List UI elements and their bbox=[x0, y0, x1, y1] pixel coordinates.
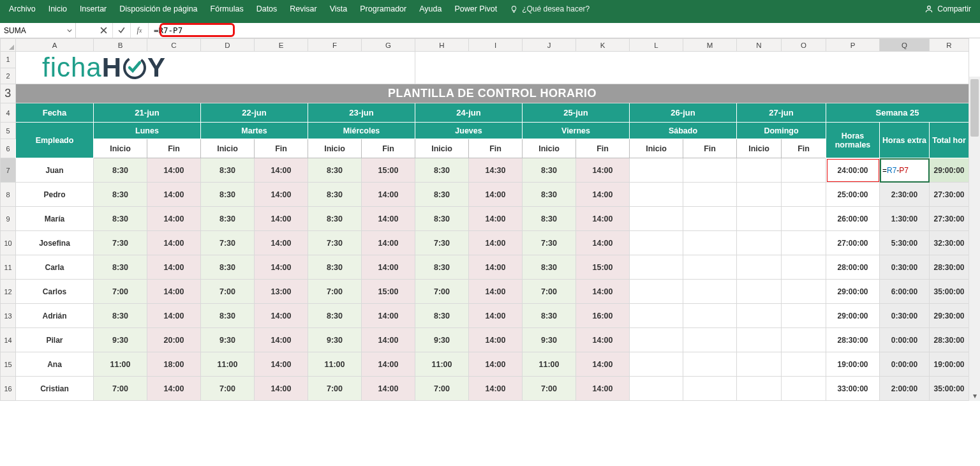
time-cell-fin[interactable]: 13:00 bbox=[255, 280, 308, 304]
time-cell-inicio[interactable] bbox=[630, 280, 683, 304]
time-cell-inicio[interactable]: 11:00 bbox=[308, 352, 362, 377]
total-horas-cell[interactable]: 35:00:00 bbox=[930, 280, 969, 304]
column-header[interactable]: R bbox=[930, 39, 969, 52]
column-header[interactable]: E bbox=[255, 39, 308, 52]
horas-normales-cell[interactable]: 26:00:00 bbox=[826, 207, 880, 231]
column-header[interactable]: G bbox=[362, 39, 415, 52]
time-cell-fin[interactable]: 14:00 bbox=[255, 255, 308, 280]
employee-name[interactable]: Adrián bbox=[16, 304, 94, 328]
time-cell-fin[interactable]: 14:00 bbox=[576, 377, 630, 401]
time-cell-inicio[interactable]: 8:30 bbox=[415, 255, 469, 280]
time-cell-fin[interactable] bbox=[782, 255, 826, 280]
time-cell-inicio[interactable]: 8:30 bbox=[308, 255, 362, 280]
time-cell-inicio[interactable]: 8:30 bbox=[415, 158, 469, 183]
horas-normales-cell[interactable]: 24:00:00 bbox=[826, 158, 880, 183]
row-header[interactable]: 8 bbox=[1, 183, 16, 207]
time-cell-fin[interactable]: 14:00 bbox=[362, 377, 415, 401]
vertical-scrollbar[interactable]: ▴ ▾ bbox=[969, 77, 980, 401]
time-cell-inicio[interactable]: 7:00 bbox=[94, 280, 147, 304]
column-header[interactable]: F bbox=[308, 39, 362, 52]
total-horas-cell[interactable]: 35:00:00 bbox=[930, 377, 969, 401]
time-cell-inicio[interactable] bbox=[737, 352, 782, 377]
time-cell-fin[interactable]: 14:00 bbox=[255, 207, 308, 231]
time-cell-inicio[interactable]: 8:30 bbox=[415, 304, 469, 328]
total-horas-cell[interactable]: 29:00:00 bbox=[930, 158, 969, 183]
time-cell-inicio[interactable]: 7:30 bbox=[523, 231, 576, 255]
row-header[interactable]: 9 bbox=[1, 207, 16, 231]
time-cell-inicio[interactable]: 8:30 bbox=[201, 304, 255, 328]
row-header[interactable]: 14 bbox=[1, 328, 16, 352]
time-cell-fin[interactable] bbox=[683, 158, 737, 183]
time-cell-fin[interactable]: 15:00 bbox=[362, 280, 415, 304]
ribbon-tab[interactable]: Vista bbox=[323, 2, 354, 16]
time-cell-fin[interactable]: 14:00 bbox=[576, 158, 630, 183]
time-cell-fin[interactable]: 20:00 bbox=[147, 328, 201, 352]
total-horas-cell[interactable]: 27:30:00 bbox=[930, 183, 969, 207]
ribbon-tab[interactable]: Revisar bbox=[283, 2, 323, 16]
time-cell-inicio[interactable]: 8:30 bbox=[94, 255, 147, 280]
total-horas-cell[interactable]: 28:30:00 bbox=[930, 255, 969, 280]
time-cell-inicio[interactable] bbox=[737, 158, 782, 183]
column-header[interactable]: B bbox=[94, 39, 147, 52]
total-horas-cell[interactable]: 32:30:00 bbox=[930, 231, 969, 255]
time-cell-inicio[interactable]: 8:30 bbox=[94, 183, 147, 207]
time-cell-inicio[interactable]: 7:30 bbox=[201, 231, 255, 255]
time-cell-fin[interactable]: 14:00 bbox=[255, 231, 308, 255]
horas-normales-cell[interactable]: 28:30:00 bbox=[826, 328, 880, 352]
time-cell-fin[interactable] bbox=[782, 183, 826, 207]
time-cell-fin[interactable]: 14:00 bbox=[362, 352, 415, 377]
scroll-down-arrow[interactable]: ▾ bbox=[969, 391, 980, 401]
time-cell-inicio[interactable] bbox=[737, 328, 782, 352]
employee-name[interactable]: Josefina bbox=[16, 231, 94, 255]
share-button[interactable]: Compartir bbox=[918, 4, 977, 13]
time-cell-inicio[interactable] bbox=[737, 304, 782, 328]
horas-extra-cell[interactable]: 0:00:00 bbox=[880, 328, 930, 352]
active-cell[interactable]: =R7-P7 bbox=[880, 158, 930, 183]
time-cell-inicio[interactable]: 8:30 bbox=[523, 304, 576, 328]
time-cell-fin[interactable] bbox=[683, 328, 737, 352]
time-cell-inicio[interactable]: 8:30 bbox=[308, 183, 362, 207]
time-cell-inicio[interactable]: 8:30 bbox=[415, 207, 469, 231]
ribbon-tab[interactable]: Disposición de página bbox=[113, 2, 204, 16]
row-header[interactable]: 7 bbox=[1, 158, 16, 183]
time-cell-fin[interactable]: 14:00 bbox=[147, 231, 201, 255]
employee-name[interactable]: Ana bbox=[16, 352, 94, 377]
column-header[interactable]: Q bbox=[880, 39, 930, 52]
time-cell-fin[interactable] bbox=[782, 304, 826, 328]
accept-formula-button[interactable] bbox=[113, 23, 131, 38]
time-cell-fin[interactable]: 14:00 bbox=[255, 158, 308, 183]
row-header[interactable]: 13 bbox=[1, 304, 16, 328]
time-cell-inicio[interactable]: 7:00 bbox=[415, 377, 469, 401]
horas-extra-cell[interactable]: 2:00:00 bbox=[880, 377, 930, 401]
time-cell-inicio[interactable] bbox=[737, 183, 782, 207]
employee-name[interactable]: Carla bbox=[16, 255, 94, 280]
row-header[interactable]: 10 bbox=[1, 231, 16, 255]
time-cell-inicio[interactable]: 8:30 bbox=[523, 207, 576, 231]
time-cell-inicio[interactable]: 7:30 bbox=[94, 231, 147, 255]
time-cell-fin[interactable]: 15:00 bbox=[576, 255, 630, 280]
ribbon-tab[interactable]: Ayuda bbox=[413, 2, 448, 16]
empty-cell[interactable] bbox=[415, 52, 969, 84]
time-cell-inicio[interactable]: 8:30 bbox=[94, 158, 147, 183]
employee-name[interactable]: Pilar bbox=[16, 328, 94, 352]
row-header[interactable]: 12 bbox=[1, 280, 16, 304]
time-cell-fin[interactable]: 14:00 bbox=[147, 255, 201, 280]
time-cell-inicio[interactable]: 7:30 bbox=[308, 231, 362, 255]
time-cell-fin[interactable]: 14:00 bbox=[147, 158, 201, 183]
employee-name[interactable]: María bbox=[16, 207, 94, 231]
horas-normales-cell[interactable]: 25:00:00 bbox=[826, 183, 880, 207]
time-cell-fin[interactable] bbox=[683, 377, 737, 401]
scrollbar-thumb[interactable] bbox=[970, 79, 979, 137]
employee-name[interactable]: Juan bbox=[16, 158, 94, 183]
time-cell-fin[interactable] bbox=[683, 352, 737, 377]
time-cell-inicio[interactable]: 7:00 bbox=[94, 377, 147, 401]
time-cell-fin[interactable]: 14:00 bbox=[469, 231, 523, 255]
horas-extra-cell[interactable]: 1:30:00 bbox=[880, 207, 930, 231]
horas-extra-cell[interactable]: 6:00:00 bbox=[880, 280, 930, 304]
employee-name[interactable]: Pedro bbox=[16, 183, 94, 207]
column-header[interactable]: C bbox=[147, 39, 201, 52]
column-header[interactable]: D bbox=[201, 39, 255, 52]
time-cell-fin[interactable]: 14:00 bbox=[576, 183, 630, 207]
time-cell-fin[interactable]: 14:00 bbox=[576, 280, 630, 304]
time-cell-fin[interactable]: 14:30 bbox=[469, 158, 523, 183]
